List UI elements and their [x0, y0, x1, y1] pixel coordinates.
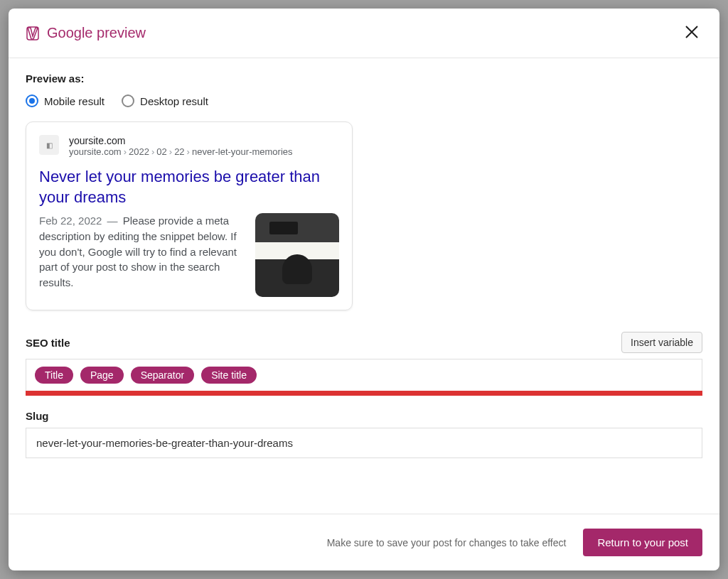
preview-header: ◧ yoursite.com yoursite.com›2022›02›22›n…	[39, 135, 339, 157]
breadcrumb-year: 2022	[129, 146, 149, 157]
header-left: Google preview	[26, 25, 146, 41]
desktop-result-radio[interactable]: Desktop result	[122, 94, 208, 107]
modal-body: Preview as: Mobile result Desktop result…	[9, 58, 719, 514]
variable-pill-separator[interactable]: Separator	[131, 367, 194, 384]
favicon-icon: ◧	[39, 135, 59, 155]
site-info: yoursite.com yoursite.com›2022›02›22›nev…	[69, 135, 293, 157]
radio-icon-selected	[26, 94, 38, 107]
preview-mode-group: Mobile result Desktop result	[26, 94, 702, 107]
modal-header: Google preview	[9, 9, 719, 58]
variable-pill-sitetitle[interactable]: Site title	[201, 367, 257, 384]
seo-title-input[interactable]: Title Page Separator Site title	[26, 359, 702, 391]
footer-hint: Make sure to save your post for changes …	[327, 537, 567, 548]
preview-as-label: Preview as:	[26, 72, 702, 85]
insert-variable-button[interactable]: Insert variable	[621, 332, 702, 353]
breadcrumb-domain: yoursite.com	[69, 146, 122, 157]
slug-input[interactable]	[26, 428, 702, 458]
preview-content: Feb 22, 2022 ― Please provide a meta des…	[39, 213, 339, 297]
slug-label: Slug	[26, 410, 49, 422]
variable-pill-title[interactable]: Title	[35, 367, 73, 384]
seo-title-progress-bar	[26, 391, 702, 396]
breadcrumb: yoursite.com›2022›02›22›never-let-your-m…	[69, 146, 293, 157]
breadcrumb-month: 02	[156, 146, 166, 157]
snippet-preview-card[interactable]: ◧ yoursite.com yoursite.com›2022›02›22›n…	[26, 121, 353, 310]
breadcrumb-slug: never-let-your-memories	[192, 146, 293, 157]
seo-title-label: SEO title	[26, 337, 70, 349]
preview-thumbnail-image	[255, 213, 339, 297]
google-preview-modal: Google preview Preview as: Mobile result…	[9, 9, 719, 570]
mobile-label: Mobile result	[44, 95, 105, 107]
slug-row: Slug	[26, 410, 702, 422]
breadcrumb-day: 22	[174, 146, 184, 157]
variable-pill-page[interactable]: Page	[80, 367, 124, 384]
preview-title: Never let your memories be greater than …	[39, 167, 339, 207]
modal-title: Google preview	[47, 25, 146, 41]
return-to-post-button[interactable]: Return to your post	[583, 529, 702, 556]
mobile-result-radio[interactable]: Mobile result	[26, 94, 105, 107]
preview-date: Feb 22, 2022	[39, 215, 102, 227]
desktop-label: Desktop result	[140, 95, 208, 107]
preview-description: Feb 22, 2022 ― Please provide a meta des…	[39, 213, 244, 291]
close-icon	[684, 24, 700, 42]
site-name: yoursite.com	[69, 135, 293, 146]
close-button[interactable]	[681, 21, 702, 45]
seo-title-row: SEO title Insert variable	[26, 332, 702, 353]
modal-footer: Make sure to save your post for changes …	[9, 514, 719, 570]
yoast-icon	[26, 26, 40, 40]
radio-icon-unselected	[122, 94, 134, 107]
